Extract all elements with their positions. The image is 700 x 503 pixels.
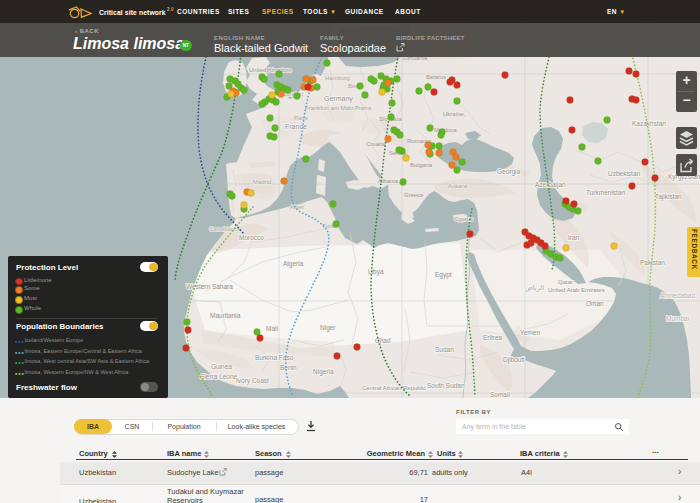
svg-text:Uzbekistan: Uzbekistan [608,170,641,177]
svg-text:Paris: Paris [294,115,308,121]
svg-text:Eritrea: Eritrea [483,334,503,341]
svg-text:Central African Republic: Central African Republic [362,385,426,391]
svg-text:Belarus: Belarus [426,74,446,80]
svg-text:Ankara: Ankara [448,183,468,189]
svg-text:الرياض: الرياض [525,284,544,292]
svg-text:Kazakhstan: Kazakhstan [632,120,666,127]
svg-text:Djibouti: Djibouti [503,356,525,364]
svg-text:Qatar: Qatar [558,279,573,285]
svg-text:Germany: Germany [324,95,353,103]
svg-text:Bulgaria: Bulgaria [410,162,433,168]
svg-text:Tajikistan: Tajikistan [655,193,682,201]
svg-text:Libya: Libya [368,268,384,276]
svg-text:Ivory Coast: Ivory Coast [236,377,269,385]
svg-text:Niger: Niger [320,324,336,332]
svg-text:Sudan: Sudan [435,346,454,353]
svg-text:Ukraine,: Ukraine, [443,111,466,117]
svg-text:Georgia: Georgia [497,168,521,176]
svg-text:Pakistan: Pakistan [640,259,665,266]
svg-text:Iran: Iran [568,234,580,241]
svg-text:Mumbai: Mumbai [666,315,689,322]
svg-text:Benin: Benin [280,364,297,371]
svg-text:Guinea: Guinea [211,363,232,370]
svg-text:Ahmedabad: Ahmedabad [660,292,695,299]
svg-text:Hamburg: Hamburg [325,75,350,81]
svg-text:Sierra Leone: Sierra Leone [200,373,238,380]
svg-text:Croatia: Croatia [366,141,386,147]
svg-text:Madrid: Madrid [253,179,271,185]
svg-text:Azerbaijan: Azerbaijan [535,181,566,189]
svg-text:Turkmenistan: Turkmenistan [586,189,626,196]
svg-text:Yemen: Yemen [520,329,540,336]
svg-text:Frankfurt am Main: Frankfurt am Main [305,105,354,111]
svg-text:Somali: Somali [490,391,510,398]
svg-text:Greece: Greece [404,192,424,198]
svg-text:United Arab Emirates: United Arab Emirates [548,287,605,293]
svg-text:Burkina Faso: Burkina Faso [255,354,294,361]
svg-text:Western Sahara: Western Sahara [186,283,233,290]
svg-text:Casablanca: Casablanca [209,226,241,232]
svg-text:Moldova: Moldova [434,127,457,133]
svg-text:South Sudan: South Sudan [427,382,465,389]
svg-text:Mauritania: Mauritania [210,312,241,319]
svg-text:Nigeria: Nigeria [313,368,334,376]
svg-text:Egypt: Egypt [435,271,452,279]
svg-text:United Kingdom: United Kingdom [249,67,292,73]
svg-text:Oman: Oman [586,300,604,307]
svg-text:Praha: Praha [355,105,372,111]
svg-text:Morocco: Morocco [239,234,264,241]
svg-text:Mali: Mali [266,325,278,332]
svg-text:Algeria: Algeria [283,260,304,268]
